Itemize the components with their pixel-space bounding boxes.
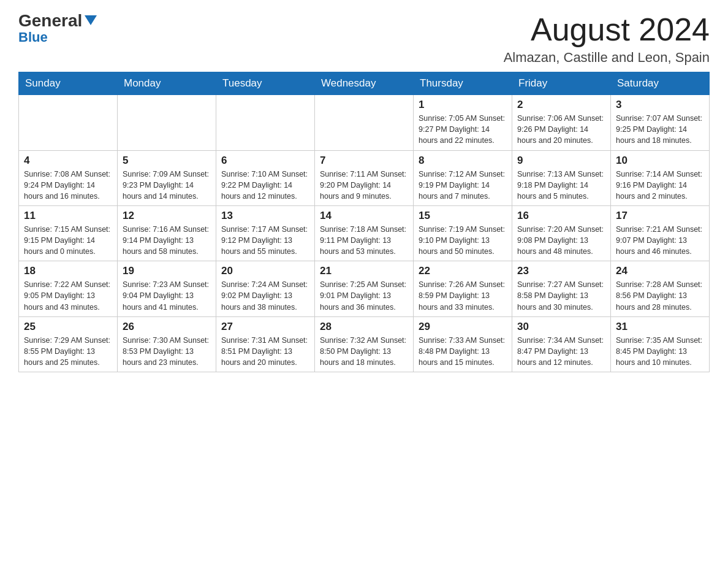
calendar-cell: 6Sunrise: 7:10 AM Sunset: 9:22 PM Daylig… — [216, 150, 315, 205]
day-info: Sunrise: 7:34 AM Sunset: 8:47 PM Dayligh… — [517, 335, 605, 368]
day-number: 5 — [123, 155, 211, 167]
day-number: 23 — [517, 265, 605, 277]
calendar-cell: 28Sunrise: 7:32 AM Sunset: 8:50 PM Dayli… — [315, 316, 414, 372]
calendar-cell: 8Sunrise: 7:12 AM Sunset: 9:19 PM Daylig… — [414, 150, 512, 205]
location-title: Almazan, Castille and Leon, Spain — [504, 50, 710, 66]
calendar-cell: 31Sunrise: 7:35 AM Sunset: 8:45 PM Dayli… — [611, 316, 710, 372]
calendar-cell: 15Sunrise: 7:19 AM Sunset: 9:10 PM Dayli… — [414, 205, 512, 261]
day-info: Sunrise: 7:28 AM Sunset: 8:56 PM Dayligh… — [616, 279, 704, 312]
day-number: 2 — [517, 99, 605, 111]
day-number: 6 — [221, 155, 309, 167]
day-number: 27 — [221, 321, 309, 333]
day-info: Sunrise: 7:08 AM Sunset: 9:24 PM Dayligh… — [24, 169, 112, 202]
calendar-cell: 26Sunrise: 7:30 AM Sunset: 8:53 PM Dayli… — [118, 316, 216, 372]
calendar-cell: 22Sunrise: 7:26 AM Sunset: 8:59 PM Dayli… — [414, 261, 512, 316]
day-info: Sunrise: 7:29 AM Sunset: 8:55 PM Dayligh… — [24, 335, 112, 368]
calendar-cell: 19Sunrise: 7:23 AM Sunset: 9:04 PM Dayli… — [118, 261, 216, 316]
day-number: 24 — [616, 265, 704, 277]
day-info: Sunrise: 7:26 AM Sunset: 8:59 PM Dayligh… — [419, 279, 507, 312]
day-info: Sunrise: 7:14 AM Sunset: 9:16 PM Dayligh… — [616, 169, 704, 202]
day-number: 8 — [419, 155, 507, 167]
weekday-header-row: SundayMondayTuesdayWednesdayThursdayFrid… — [19, 72, 710, 95]
calendar-cell — [118, 95, 216, 150]
calendar-cell: 29Sunrise: 7:33 AM Sunset: 8:48 PM Dayli… — [414, 316, 512, 372]
day-info: Sunrise: 7:25 AM Sunset: 9:01 PM Dayligh… — [320, 279, 408, 312]
day-info: Sunrise: 7:17 AM Sunset: 9:12 PM Dayligh… — [221, 224, 309, 257]
day-number: 29 — [419, 321, 507, 333]
calendar-week-row: 25Sunrise: 7:29 AM Sunset: 8:55 PM Dayli… — [19, 316, 710, 372]
day-number: 22 — [419, 265, 507, 277]
day-number: 15 — [419, 210, 507, 222]
logo-general-text: General — [18, 12, 82, 29]
day-number: 19 — [123, 265, 211, 277]
calendar-week-row: 18Sunrise: 7:22 AM Sunset: 9:05 PM Dayli… — [19, 261, 710, 316]
day-number: 4 — [24, 155, 112, 167]
day-number: 17 — [616, 210, 704, 222]
day-info: Sunrise: 7:16 AM Sunset: 9:14 PM Dayligh… — [123, 224, 211, 257]
weekday-header-friday: Friday — [512, 72, 611, 95]
day-number: 21 — [320, 265, 408, 277]
day-info: Sunrise: 7:31 AM Sunset: 8:51 PM Dayligh… — [221, 335, 309, 368]
day-info: Sunrise: 7:06 AM Sunset: 9:26 PM Dayligh… — [517, 113, 605, 146]
calendar-cell: 7Sunrise: 7:11 AM Sunset: 9:20 PM Daylig… — [315, 150, 414, 205]
calendar-cell: 9Sunrise: 7:13 AM Sunset: 9:18 PM Daylig… — [512, 150, 611, 205]
calendar-cell: 2Sunrise: 7:06 AM Sunset: 9:26 PM Daylig… — [512, 95, 611, 150]
day-info: Sunrise: 7:13 AM Sunset: 9:18 PM Dayligh… — [517, 169, 605, 202]
calendar-cell: 11Sunrise: 7:15 AM Sunset: 9:15 PM Dayli… — [19, 205, 118, 261]
calendar-week-row: 1Sunrise: 7:05 AM Sunset: 9:27 PM Daylig… — [19, 95, 710, 150]
month-title: August 2024 — [504, 12, 710, 47]
calendar-cell: 13Sunrise: 7:17 AM Sunset: 9:12 PM Dayli… — [216, 205, 315, 261]
logo-triangle-icon — [85, 15, 97, 25]
calendar-cell: 12Sunrise: 7:16 AM Sunset: 9:14 PM Dayli… — [118, 205, 216, 261]
day-info: Sunrise: 7:11 AM Sunset: 9:20 PM Dayligh… — [320, 169, 408, 202]
calendar-cell: 10Sunrise: 7:14 AM Sunset: 9:16 PM Dayli… — [611, 150, 710, 205]
calendar-cell: 14Sunrise: 7:18 AM Sunset: 9:11 PM Dayli… — [315, 205, 414, 261]
day-number: 7 — [320, 155, 408, 167]
calendar-cell: 27Sunrise: 7:31 AM Sunset: 8:51 PM Dayli… — [216, 316, 315, 372]
logo-blue-text: Blue — [18, 29, 48, 45]
day-number: 11 — [24, 210, 112, 222]
calendar-cell: 16Sunrise: 7:20 AM Sunset: 9:08 PM Dayli… — [512, 205, 611, 261]
day-info: Sunrise: 7:21 AM Sunset: 9:07 PM Dayligh… — [616, 224, 704, 257]
day-number: 13 — [221, 210, 309, 222]
day-number: 20 — [221, 265, 309, 277]
day-info: Sunrise: 7:20 AM Sunset: 9:08 PM Dayligh… — [517, 224, 605, 257]
day-number: 9 — [517, 155, 605, 167]
day-info: Sunrise: 7:35 AM Sunset: 8:45 PM Dayligh… — [616, 335, 704, 368]
weekday-header-saturday: Saturday — [611, 72, 710, 95]
day-info: Sunrise: 7:32 AM Sunset: 8:50 PM Dayligh… — [320, 335, 408, 368]
calendar-cell: 20Sunrise: 7:24 AM Sunset: 9:02 PM Dayli… — [216, 261, 315, 316]
calendar-table: SundayMondayTuesdayWednesdayThursdayFrid… — [18, 72, 710, 372]
calendar-cell: 21Sunrise: 7:25 AM Sunset: 9:01 PM Dayli… — [315, 261, 414, 316]
day-info: Sunrise: 7:18 AM Sunset: 9:11 PM Dayligh… — [320, 224, 408, 257]
weekday-header-tuesday: Tuesday — [216, 72, 315, 95]
day-number: 26 — [123, 321, 211, 333]
calendar-cell — [216, 95, 315, 150]
day-number: 25 — [24, 321, 112, 333]
day-info: Sunrise: 7:30 AM Sunset: 8:53 PM Dayligh… — [123, 335, 211, 368]
day-info: Sunrise: 7:15 AM Sunset: 9:15 PM Dayligh… — [24, 224, 112, 257]
day-info: Sunrise: 7:09 AM Sunset: 9:23 PM Dayligh… — [123, 169, 211, 202]
day-number: 18 — [24, 265, 112, 277]
day-info: Sunrise: 7:22 AM Sunset: 9:05 PM Dayligh… — [24, 279, 112, 312]
weekday-header-thursday: Thursday — [414, 72, 512, 95]
day-info: Sunrise: 7:23 AM Sunset: 9:04 PM Dayligh… — [123, 279, 211, 312]
day-info: Sunrise: 7:10 AM Sunset: 9:22 PM Dayligh… — [221, 169, 309, 202]
day-number: 1 — [419, 99, 507, 111]
day-number: 12 — [123, 210, 211, 222]
day-info: Sunrise: 7:19 AM Sunset: 9:10 PM Dayligh… — [419, 224, 507, 257]
header: General Blue August 2024 Almazan, Castil… — [18, 12, 710, 66]
calendar-cell: 5Sunrise: 7:09 AM Sunset: 9:23 PM Daylig… — [118, 150, 216, 205]
day-number: 28 — [320, 321, 408, 333]
weekday-header-monday: Monday — [118, 72, 216, 95]
calendar-week-row: 11Sunrise: 7:15 AM Sunset: 9:15 PM Dayli… — [19, 205, 710, 261]
day-number: 14 — [320, 210, 408, 222]
calendar-cell: 4Sunrise: 7:08 AM Sunset: 9:24 PM Daylig… — [19, 150, 118, 205]
day-number: 16 — [517, 210, 605, 222]
day-number: 3 — [616, 99, 704, 111]
day-info: Sunrise: 7:27 AM Sunset: 8:58 PM Dayligh… — [517, 279, 605, 312]
day-info: Sunrise: 7:33 AM Sunset: 8:48 PM Dayligh… — [419, 335, 507, 368]
calendar-cell: 24Sunrise: 7:28 AM Sunset: 8:56 PM Dayli… — [611, 261, 710, 316]
calendar-cell: 17Sunrise: 7:21 AM Sunset: 9:07 PM Dayli… — [611, 205, 710, 261]
calendar-cell — [19, 95, 118, 150]
